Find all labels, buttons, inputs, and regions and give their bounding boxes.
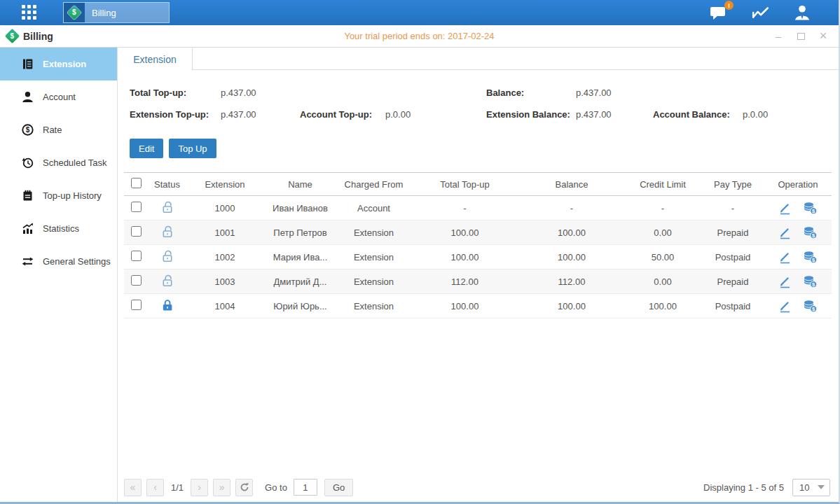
chevron-down-icon — [818, 485, 825, 489]
top-up-button[interactable]: Top Up — [169, 139, 216, 158]
cell-credit-limit: 50.00 — [624, 245, 701, 270]
window-title: Billing — [23, 31, 53, 42]
row-checkbox[interactable] — [131, 202, 142, 212]
displaying-count-text: Displaying 1 - 5 of 5 — [703, 482, 784, 493]
sidebar-item-account[interactable]: Account — [0, 80, 117, 113]
edit-extension-icon[interactable] — [778, 202, 792, 215]
billing-app-window: $ Billing ! — [0, 0, 840, 504]
maximize-icon[interactable] — [795, 31, 806, 42]
table-row: 1002 Мария Ива... Extension 100.00 100.0… — [124, 245, 832, 270]
cell-credit-limit: - — [624, 196, 701, 220]
balance-value: p.437.00 — [576, 88, 612, 98]
row-checkbox[interactable] — [131, 226, 142, 237]
billing-dollar-diamond-icon: $ — [67, 6, 81, 20]
unlocked-icon — [161, 249, 174, 263]
sidebar-item-rate[interactable]: $ Rate — [0, 113, 117, 146]
prev-page-button[interactable]: ‹ — [146, 479, 164, 496]
statistics-chart-icon — [21, 223, 34, 235]
cell-total-topup: 100.00 — [411, 245, 519, 270]
sidebar-item-label: Account — [43, 92, 76, 102]
go-button[interactable]: Go — [324, 479, 353, 496]
cell-credit-limit: 0.00 — [624, 220, 701, 245]
page-size-value: 10 — [793, 482, 818, 493]
extension-balance-label: Extension Balance: — [486, 109, 576, 120]
tab-extension[interactable]: Extension — [118, 48, 193, 71]
row-checkbox[interactable] — [131, 251, 142, 261]
table-row: 1000 Иван Иванов Account - - - - — [124, 196, 832, 220]
edit-button[interactable]: Edit — [130, 139, 163, 158]
column-header-balance: Balance — [519, 173, 624, 196]
top-up-extension-icon[interactable]: $ — [803, 275, 818, 288]
reports-chart-icon[interactable] — [752, 5, 770, 20]
cell-extension: 1001 — [186, 220, 263, 245]
transfer-arrows-icon — [21, 255, 34, 268]
cell-balance: 100.00 — [519, 220, 624, 245]
extension-table: Status Extension Name Charged From Total… — [124, 172, 832, 318]
page-size-select[interactable]: 10 — [792, 479, 830, 496]
cell-total-topup: 112.00 — [411, 270, 519, 294]
unlocked-icon — [161, 274, 174, 288]
svg-text:$: $ — [25, 126, 29, 134]
cell-pay-type: Postpaid — [701, 245, 764, 270]
edit-extension-icon[interactable] — [778, 275, 792, 288]
main-menu-grid-icon[interactable] — [22, 5, 37, 20]
account-balance-label: Account Balance: — [653, 109, 743, 120]
edit-extension-icon[interactable] — [778, 300, 792, 313]
cell-name: Юрий Юрь... — [263, 294, 337, 318]
sidebar-item-label: Statistics — [43, 223, 79, 234]
locked-icon — [161, 298, 174, 312]
edit-extension-icon[interactable] — [778, 226, 792, 239]
cell-balance: 100.00 — [519, 294, 624, 318]
taskbar-tab-billing[interactable]: $ Billing — [63, 2, 170, 23]
goto-page-input[interactable] — [294, 479, 317, 496]
user-account-icon[interactable] — [794, 5, 811, 20]
cell-credit-limit: 100.00 — [624, 294, 701, 318]
sidebar-item-general-settings[interactable]: General Settings — [0, 245, 117, 278]
person-icon — [21, 91, 34, 104]
topbar-right-icons: ! — [710, 0, 811, 25]
sidebar-item-topup-history[interactable]: Top-up History — [0, 179, 117, 212]
table-row: 1004 Юрий Юрь... Extension 100.00 100.00… — [124, 294, 832, 318]
sidebar-item-extension[interactable]: Extension — [0, 48, 117, 80]
cell-extension: 1004 — [186, 294, 263, 318]
messages-icon[interactable]: ! — [710, 5, 728, 20]
select-all-checkbox[interactable] — [131, 178, 142, 188]
cell-charged-from: Extension — [337, 294, 411, 318]
column-header-extension: Extension — [186, 173, 263, 196]
cell-charged-from: Account — [337, 196, 411, 220]
top-up-extension-icon[interactable]: $ — [803, 251, 818, 264]
balance-label: Balance: — [486, 88, 576, 98]
sidebar: Extension Account $ Rate — [0, 48, 118, 502]
cell-charged-from: Extension — [337, 245, 411, 270]
cell-pay-type: Postpaid — [701, 294, 764, 318]
account-balance-value: p.0.00 — [743, 109, 768, 120]
cell-name: Дмитрий Д... — [263, 270, 337, 294]
refresh-button[interactable] — [235, 479, 253, 496]
first-page-button[interactable]: « — [124, 479, 142, 496]
main-content: Extension Total Top-up: p.437.00 Balance… — [118, 48, 839, 502]
cell-name: Иван Иванов — [263, 196, 337, 220]
cell-credit-limit: 0.00 — [624, 270, 701, 294]
row-checkbox[interactable] — [131, 300, 142, 310]
window-title-group: $ Billing — [7, 31, 53, 42]
cell-total-topup: 100.00 — [411, 294, 519, 318]
cell-balance: 100.00 — [519, 245, 624, 270]
sidebar-item-scheduled-task[interactable]: Scheduled Task — [0, 146, 117, 179]
ledger-icon — [21, 58, 34, 71]
notification-badge: ! — [724, 1, 734, 10]
cell-total-topup: - — [411, 196, 519, 220]
next-page-button[interactable]: › — [191, 479, 208, 496]
cell-total-topup: 100.00 — [411, 220, 519, 245]
extension-table-body: 1000 Иван Иванов Account - - - - — [124, 196, 832, 318]
top-up-extension-icon[interactable]: $ — [803, 300, 818, 313]
row-checkbox[interactable] — [131, 275, 142, 286]
sidebar-item-label: Scheduled Task — [43, 158, 107, 168]
top-up-extension-icon[interactable]: $ — [803, 226, 818, 239]
taskbar-tab-label: Billing — [92, 8, 116, 18]
top-up-extension-icon[interactable]: $ — [803, 202, 818, 215]
sidebar-item-statistics[interactable]: Statistics — [0, 212, 117, 245]
edit-extension-icon[interactable] — [778, 251, 792, 264]
last-page-button[interactable]: » — [213, 479, 230, 496]
close-icon[interactable]: × — [818, 31, 829, 42]
minimize-icon[interactable]: – — [773, 31, 784, 42]
